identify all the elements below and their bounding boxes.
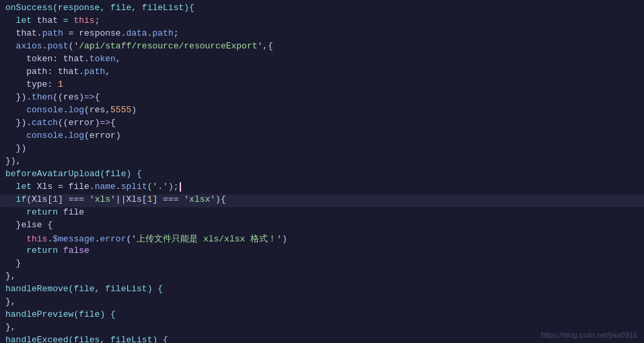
line-content: }).catch((error)=>{ [5,118,639,128]
watermark-url: https://blog.csdn.net/jiao0916 [541,331,637,339]
code-line: }).catch((error)=>{ [0,118,644,130]
code-line: } [0,258,644,271]
text-cursor [180,182,181,192]
code-line: console.log(res,5555) [0,105,644,118]
code-line: let that = this; [0,15,644,28]
line-content: }).then((res)=>{ [5,92,639,102]
line-content: onSuccess(response, file, fileList){ [5,3,639,13]
line-content: that.path = response.data.path; [5,28,639,38]
line-content: if(Xls[1] === 'xls'||Xls[1] === 'xlsx'){ [5,194,639,204]
line-content: }) [5,143,639,153]
code-line: }) [0,143,644,156]
line-content: handlePreview(file) { [5,309,639,319]
line-content: type: 1 [5,79,639,89]
line-content: handleRemove(file, fileList) { [5,284,639,294]
code-line: handlePreview(file) { [0,309,644,322]
code-line: path: that.path, [0,67,644,79]
code-line: return file [0,207,644,220]
code-line: type: 1 [0,79,644,92]
code-line: console.log(error) [0,130,644,143]
code-line: axios.post('/api/staff/resource/resource… [0,41,644,54]
line-content: console.log(res,5555) [5,105,639,115]
code-line: beforeAvatarUpload(file) { [0,169,644,182]
code-line: }, [0,297,644,309]
code-line: }, [0,271,644,284]
code-line: }else { [0,220,644,233]
code-line: token: that.token, [0,54,644,67]
line-content: let that = this; [5,15,639,26]
code-line: onSuccess(response, file, fileList){ [0,3,644,15]
line-content: path: that.path, [5,67,639,77]
line-content: axios.post('/api/staff/resource/resource… [5,41,639,51]
code-line: if(Xls[1] === 'xls'||Xls[1] === 'xlsx'){ [0,194,644,207]
line-content: }), [5,156,639,166]
line-content: }else { [5,220,639,230]
line-content: let Xls = file.name.split('.'); [5,182,639,192]
code-line: that.path = response.data.path; [0,28,644,41]
line-content: } [5,258,639,268]
line-content: }, [5,297,639,307]
line-content: }, [5,271,639,281]
code-line: let Xls = file.name.split('.'); [0,182,644,194]
code-line: this.$message.error('上传文件只能是 xls/xlsx 格式… [0,233,644,245]
line-content: token: that.token, [5,54,639,64]
code-line: handleRemove(file, fileList) { [0,284,644,297]
code-line: }), [0,156,644,169]
line-content: return file [5,207,639,217]
line-content: return false [5,245,639,256]
line-content: this.$message.error('上传文件只能是 xls/xlsx 格式… [5,233,639,245]
line-content: beforeAvatarUpload(file) { [5,169,639,179]
line-content: console.log(error) [5,130,639,141]
code-line: return false [0,245,644,258]
code-line: }).then((res)=>{ [0,92,644,105]
code-editor: onSuccess(response, file, fileList){ let… [0,0,644,343]
